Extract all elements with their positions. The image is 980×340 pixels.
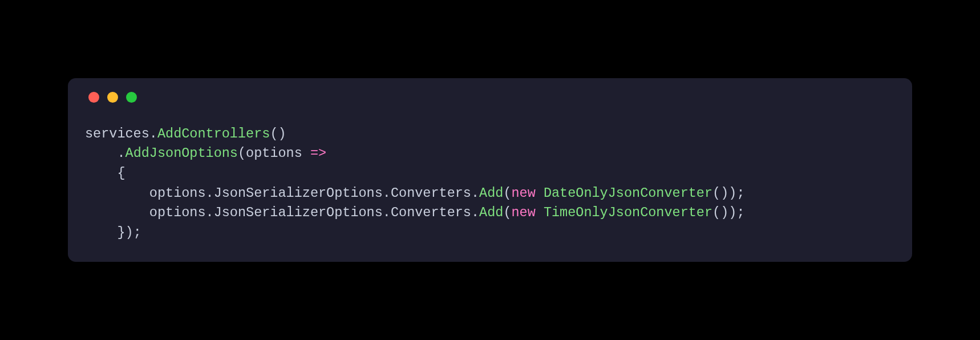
code-line-6: });	[85, 225, 141, 240]
dot: .	[117, 145, 125, 161]
method-call: Add	[479, 205, 503, 220]
minimize-icon[interactable]	[107, 92, 118, 103]
semicolon: ;	[133, 225, 141, 240]
lparen: (	[503, 205, 511, 220]
indent	[85, 185, 149, 201]
ctor-parens: ()	[712, 185, 728, 201]
variable: options	[149, 205, 206, 220]
dot: .	[206, 185, 214, 201]
variable: options	[149, 185, 206, 201]
dot: .	[149, 126, 157, 141]
keyword-new: new	[511, 185, 535, 201]
type-name: DateOnlyJsonConverter	[544, 185, 712, 201]
lparen: (	[503, 185, 511, 201]
close-icon[interactable]	[88, 92, 99, 103]
space	[302, 145, 310, 161]
lambda-arrow: =>	[310, 145, 326, 161]
rparen: )	[728, 205, 736, 220]
code-line-3: {	[85, 165, 125, 181]
ctor-parens: ()	[712, 205, 728, 220]
code-line-2: .AddJsonOptions(options =>	[85, 145, 326, 161]
code-block: services.AddControllers() .AddJsonOption…	[85, 124, 895, 242]
space	[536, 205, 544, 220]
rparen: )	[728, 185, 736, 201]
dot: .	[471, 205, 479, 220]
property: Converters	[391, 205, 471, 220]
dot: .	[471, 185, 479, 201]
indent	[85, 205, 149, 220]
indent	[85, 165, 117, 181]
parameter: options	[246, 145, 302, 161]
method-call: AddControllers	[157, 126, 270, 141]
keyword-new: new	[511, 205, 535, 220]
type-name: TimeOnlyJsonConverter	[544, 205, 712, 220]
brace-close: }	[117, 225, 125, 240]
property: Converters	[391, 185, 471, 201]
dot: .	[206, 205, 214, 220]
indent	[85, 145, 117, 161]
semicolon: ;	[736, 205, 744, 220]
method-call: Add	[479, 185, 503, 201]
semicolon: ;	[736, 185, 744, 201]
indent	[85, 225, 117, 240]
space	[536, 185, 544, 201]
brace-open: {	[117, 165, 125, 181]
maximize-icon[interactable]	[126, 92, 137, 103]
lparen: (	[238, 145, 246, 161]
parens: ()	[270, 126, 286, 141]
code-line-5: options.JsonSerializerOptions.Converters…	[85, 205, 745, 220]
identifier: services	[85, 126, 149, 141]
code-line-1: services.AddControllers()	[85, 126, 286, 141]
code-line-4: options.JsonSerializerOptions.Converters…	[85, 185, 745, 201]
dot: .	[383, 205, 391, 220]
dot: .	[383, 185, 391, 201]
code-window: services.AddControllers() .AddJsonOption…	[68, 78, 912, 262]
method-call: AddJsonOptions	[125, 145, 238, 161]
property: JsonSerializerOptions	[214, 185, 383, 201]
traffic-lights	[88, 92, 895, 103]
rparen: )	[125, 225, 133, 240]
property: JsonSerializerOptions	[214, 205, 383, 220]
